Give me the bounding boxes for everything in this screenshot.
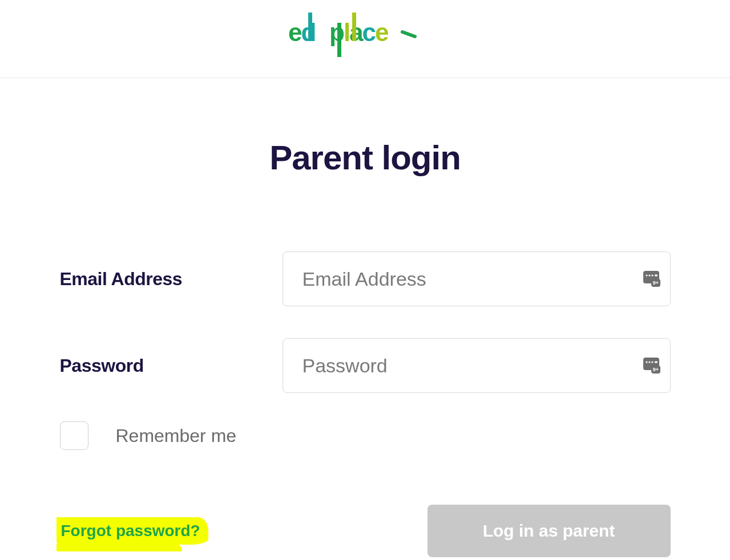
email-label: Email Address bbox=[60, 269, 283, 290]
svg-rect-17 bbox=[655, 362, 658, 363]
forgot-password-wrap: Forgot password? bbox=[60, 521, 201, 541]
header: ed place bbox=[0, 0, 730, 78]
forgot-password-link[interactable]: Forgot password? bbox=[60, 521, 201, 541]
svg-point-7 bbox=[646, 274, 647, 276]
page-title: Parent login bbox=[60, 138, 671, 177]
svg-rect-2 bbox=[308, 13, 312, 41]
edplace-logo-svg: ed place bbox=[288, 13, 442, 58]
remember-me-checkbox[interactable] bbox=[60, 421, 88, 450]
password-input-wrap: 9+ bbox=[283, 338, 671, 393]
svg-point-16 bbox=[651, 361, 653, 363]
logo[interactable]: ed place bbox=[288, 13, 442, 60]
svg-rect-3 bbox=[337, 23, 341, 57]
password-field[interactable] bbox=[283, 338, 671, 393]
highlight-decor bbox=[57, 543, 182, 551]
main: Parent login Email Address 9+ Password bbox=[54, 78, 676, 557]
svg-point-9 bbox=[651, 274, 653, 276]
password-label: Password bbox=[60, 355, 283, 376]
svg-text:9+: 9+ bbox=[652, 280, 658, 286]
svg-point-8 bbox=[648, 274, 650, 276]
svg-point-14 bbox=[646, 361, 647, 363]
svg-text:9+: 9+ bbox=[652, 367, 658, 372]
svg-rect-10 bbox=[655, 275, 658, 277]
password-manager-icon[interactable]: 9+ bbox=[643, 357, 660, 374]
svg-line-5 bbox=[402, 32, 415, 36]
remember-row: Remember me bbox=[60, 421, 671, 450]
bottom-row: Forgot password? Log in as parent bbox=[60, 505, 671, 557]
remember-me-label: Remember me bbox=[116, 425, 237, 447]
svg-rect-4 bbox=[352, 13, 356, 41]
svg-point-15 bbox=[648, 361, 650, 363]
password-manager-icon[interactable]: 9+ bbox=[643, 270, 660, 287]
login-button[interactable]: Log in as parent bbox=[427, 505, 671, 557]
email-field[interactable] bbox=[283, 251, 671, 306]
login-form: Email Address 9+ Password bbox=[60, 251, 671, 557]
email-input-wrap: 9+ bbox=[283, 251, 671, 306]
